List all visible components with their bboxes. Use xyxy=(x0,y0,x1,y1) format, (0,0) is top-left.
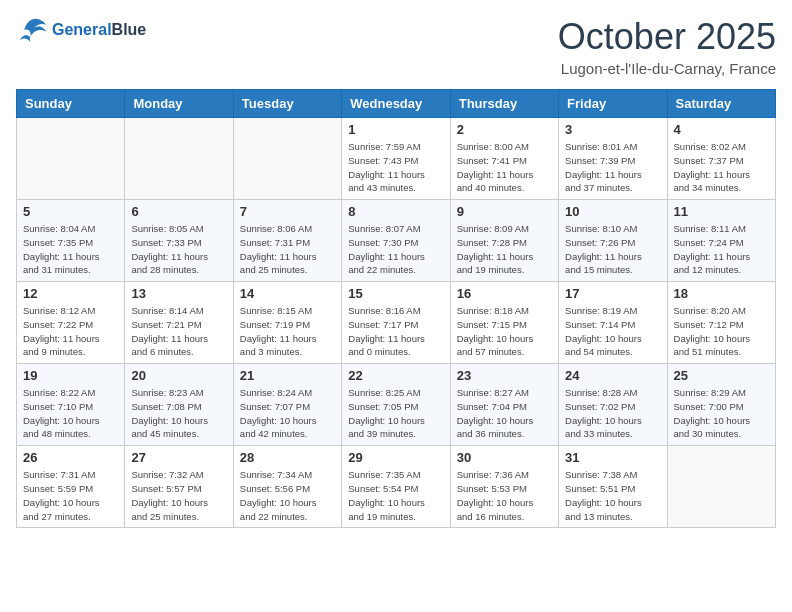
logo-text: GeneralBlue xyxy=(52,21,146,39)
day-info: Sunrise: 8:00 AM Sunset: 7:41 PM Dayligh… xyxy=(457,140,552,195)
day-info: Sunrise: 8:16 AM Sunset: 7:17 PM Dayligh… xyxy=(348,304,443,359)
day-info: Sunrise: 7:34 AM Sunset: 5:56 PM Dayligh… xyxy=(240,468,335,523)
weekday-header-tuesday: Tuesday xyxy=(233,90,341,118)
calendar-table: SundayMondayTuesdayWednesdayThursdayFrid… xyxy=(16,89,776,528)
calendar-cell: 10Sunrise: 8:10 AM Sunset: 7:26 PM Dayli… xyxy=(559,200,667,282)
location-subtitle: Lugon-et-l'Ile-du-Carnay, France xyxy=(558,60,776,77)
day-info: Sunrise: 8:20 AM Sunset: 7:12 PM Dayligh… xyxy=(674,304,769,359)
calendar-week-row: 5Sunrise: 8:04 AM Sunset: 7:35 PM Daylig… xyxy=(17,200,776,282)
day-info: Sunrise: 8:01 AM Sunset: 7:39 PM Dayligh… xyxy=(565,140,660,195)
calendar-cell: 8Sunrise: 8:07 AM Sunset: 7:30 PM Daylig… xyxy=(342,200,450,282)
logo: GeneralBlue xyxy=(16,16,146,44)
calendar-cell: 22Sunrise: 8:25 AM Sunset: 7:05 PM Dayli… xyxy=(342,364,450,446)
day-number: 14 xyxy=(240,286,335,301)
calendar-cell: 20Sunrise: 8:23 AM Sunset: 7:08 PM Dayli… xyxy=(125,364,233,446)
title-section: October 2025 Lugon-et-l'Ile-du-Carnay, F… xyxy=(558,16,776,77)
day-number: 1 xyxy=(348,122,443,137)
calendar-cell: 21Sunrise: 8:24 AM Sunset: 7:07 PM Dayli… xyxy=(233,364,341,446)
day-info: Sunrise: 8:18 AM Sunset: 7:15 PM Dayligh… xyxy=(457,304,552,359)
month-title: October 2025 xyxy=(558,16,776,58)
calendar-week-row: 19Sunrise: 8:22 AM Sunset: 7:10 PM Dayli… xyxy=(17,364,776,446)
day-number: 10 xyxy=(565,204,660,219)
day-info: Sunrise: 7:32 AM Sunset: 5:57 PM Dayligh… xyxy=(131,468,226,523)
day-number: 4 xyxy=(674,122,769,137)
day-number: 29 xyxy=(348,450,443,465)
day-number: 27 xyxy=(131,450,226,465)
calendar-cell xyxy=(233,118,341,200)
day-number: 13 xyxy=(131,286,226,301)
day-number: 20 xyxy=(131,368,226,383)
calendar-cell: 12Sunrise: 8:12 AM Sunset: 7:22 PM Dayli… xyxy=(17,282,125,364)
calendar-cell: 30Sunrise: 7:36 AM Sunset: 5:53 PM Dayli… xyxy=(450,446,558,528)
day-info: Sunrise: 8:04 AM Sunset: 7:35 PM Dayligh… xyxy=(23,222,118,277)
calendar-cell: 14Sunrise: 8:15 AM Sunset: 7:19 PM Dayli… xyxy=(233,282,341,364)
calendar-cell xyxy=(17,118,125,200)
day-info: Sunrise: 7:38 AM Sunset: 5:51 PM Dayligh… xyxy=(565,468,660,523)
calendar-cell: 31Sunrise: 7:38 AM Sunset: 5:51 PM Dayli… xyxy=(559,446,667,528)
day-number: 12 xyxy=(23,286,118,301)
day-info: Sunrise: 8:07 AM Sunset: 7:30 PM Dayligh… xyxy=(348,222,443,277)
weekday-header-row: SundayMondayTuesdayWednesdayThursdayFrid… xyxy=(17,90,776,118)
calendar-cell: 9Sunrise: 8:09 AM Sunset: 7:28 PM Daylig… xyxy=(450,200,558,282)
day-info: Sunrise: 7:31 AM Sunset: 5:59 PM Dayligh… xyxy=(23,468,118,523)
calendar-cell: 26Sunrise: 7:31 AM Sunset: 5:59 PM Dayli… xyxy=(17,446,125,528)
calendar-cell: 7Sunrise: 8:06 AM Sunset: 7:31 PM Daylig… xyxy=(233,200,341,282)
calendar-cell: 13Sunrise: 8:14 AM Sunset: 7:21 PM Dayli… xyxy=(125,282,233,364)
day-number: 22 xyxy=(348,368,443,383)
day-info: Sunrise: 8:23 AM Sunset: 7:08 PM Dayligh… xyxy=(131,386,226,441)
day-number: 16 xyxy=(457,286,552,301)
weekday-header-thursday: Thursday xyxy=(450,90,558,118)
day-number: 11 xyxy=(674,204,769,219)
day-number: 30 xyxy=(457,450,552,465)
page-header: GeneralBlue October 2025 Lugon-et-l'Ile-… xyxy=(16,16,776,77)
day-info: Sunrise: 8:02 AM Sunset: 7:37 PM Dayligh… xyxy=(674,140,769,195)
weekday-header-friday: Friday xyxy=(559,90,667,118)
logo-icon xyxy=(16,16,48,44)
day-info: Sunrise: 8:06 AM Sunset: 7:31 PM Dayligh… xyxy=(240,222,335,277)
day-number: 7 xyxy=(240,204,335,219)
calendar-cell: 2Sunrise: 8:00 AM Sunset: 7:41 PM Daylig… xyxy=(450,118,558,200)
day-number: 9 xyxy=(457,204,552,219)
day-info: Sunrise: 8:09 AM Sunset: 7:28 PM Dayligh… xyxy=(457,222,552,277)
calendar-cell: 6Sunrise: 8:05 AM Sunset: 7:33 PM Daylig… xyxy=(125,200,233,282)
calendar-cell: 29Sunrise: 7:35 AM Sunset: 5:54 PM Dayli… xyxy=(342,446,450,528)
weekday-header-monday: Monday xyxy=(125,90,233,118)
calendar-cell: 17Sunrise: 8:19 AM Sunset: 7:14 PM Dayli… xyxy=(559,282,667,364)
day-info: Sunrise: 8:27 AM Sunset: 7:04 PM Dayligh… xyxy=(457,386,552,441)
day-number: 5 xyxy=(23,204,118,219)
calendar-week-row: 12Sunrise: 8:12 AM Sunset: 7:22 PM Dayli… xyxy=(17,282,776,364)
day-number: 2 xyxy=(457,122,552,137)
day-number: 21 xyxy=(240,368,335,383)
logo-line2: Blue xyxy=(112,21,147,38)
day-number: 26 xyxy=(23,450,118,465)
weekday-header-wednesday: Wednesday xyxy=(342,90,450,118)
day-number: 6 xyxy=(131,204,226,219)
day-number: 25 xyxy=(674,368,769,383)
day-info: Sunrise: 8:11 AM Sunset: 7:24 PM Dayligh… xyxy=(674,222,769,277)
day-number: 17 xyxy=(565,286,660,301)
weekday-header-sunday: Sunday xyxy=(17,90,125,118)
calendar-cell: 25Sunrise: 8:29 AM Sunset: 7:00 PM Dayli… xyxy=(667,364,775,446)
day-number: 15 xyxy=(348,286,443,301)
day-number: 18 xyxy=(674,286,769,301)
day-number: 24 xyxy=(565,368,660,383)
day-number: 8 xyxy=(348,204,443,219)
day-number: 3 xyxy=(565,122,660,137)
calendar-cell: 16Sunrise: 8:18 AM Sunset: 7:15 PM Dayli… xyxy=(450,282,558,364)
calendar-cell xyxy=(667,446,775,528)
calendar-week-row: 26Sunrise: 7:31 AM Sunset: 5:59 PM Dayli… xyxy=(17,446,776,528)
day-info: Sunrise: 7:59 AM Sunset: 7:43 PM Dayligh… xyxy=(348,140,443,195)
day-number: 23 xyxy=(457,368,552,383)
day-info: Sunrise: 8:19 AM Sunset: 7:14 PM Dayligh… xyxy=(565,304,660,359)
calendar-cell xyxy=(125,118,233,200)
calendar-week-row: 1Sunrise: 7:59 AM Sunset: 7:43 PM Daylig… xyxy=(17,118,776,200)
logo-line1: General xyxy=(52,21,112,38)
calendar-cell: 3Sunrise: 8:01 AM Sunset: 7:39 PM Daylig… xyxy=(559,118,667,200)
day-info: Sunrise: 8:14 AM Sunset: 7:21 PM Dayligh… xyxy=(131,304,226,359)
day-info: Sunrise: 8:15 AM Sunset: 7:19 PM Dayligh… xyxy=(240,304,335,359)
day-info: Sunrise: 8:12 AM Sunset: 7:22 PM Dayligh… xyxy=(23,304,118,359)
day-info: Sunrise: 8:29 AM Sunset: 7:00 PM Dayligh… xyxy=(674,386,769,441)
day-info: Sunrise: 8:10 AM Sunset: 7:26 PM Dayligh… xyxy=(565,222,660,277)
day-number: 31 xyxy=(565,450,660,465)
day-info: Sunrise: 8:22 AM Sunset: 7:10 PM Dayligh… xyxy=(23,386,118,441)
